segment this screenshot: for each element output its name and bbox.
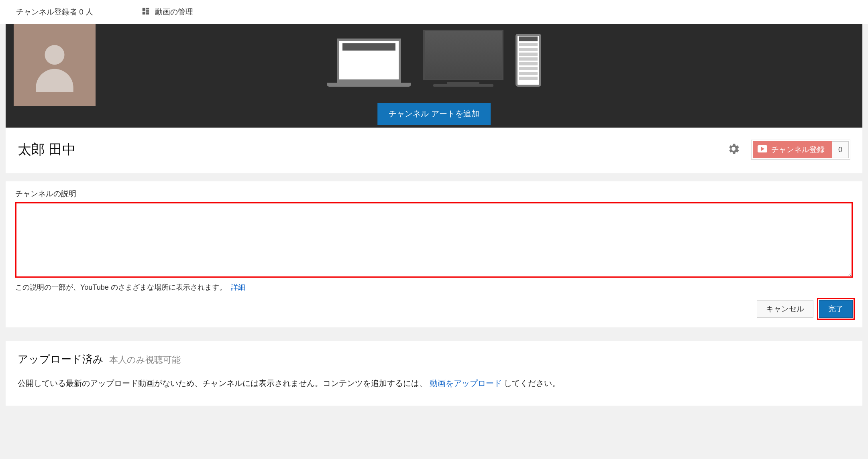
device-phone-icon xyxy=(516,34,541,87)
description-help-row: この説明の一部が、YouTube のさまざまな場所に表示されます。 詳細 xyxy=(15,282,853,292)
person-icon xyxy=(26,36,83,94)
banner-wrap: チャンネル アートを追加 xyxy=(0,24,868,128)
add-channel-art-button[interactable]: チャンネル アートを追加 xyxy=(377,103,491,125)
channel-settings-button[interactable] xyxy=(725,142,742,158)
description-section-label: チャンネルの説明 xyxy=(15,189,853,199)
cancel-button[interactable]: キャンセル xyxy=(757,300,813,318)
uploads-empty-message: 公開している最新のアップロード動画がないため、チャンネルには表示されません。コン… xyxy=(18,377,850,390)
subscribe-count: 0 xyxy=(832,141,849,158)
uploads-msg-suffix: してください。 xyxy=(504,379,560,388)
youtube-play-icon xyxy=(758,145,767,154)
done-button[interactable]: 完了 xyxy=(819,300,853,318)
channel-banner: チャンネル アートを追加 xyxy=(6,24,862,128)
device-laptop-icon xyxy=(327,39,411,87)
uploads-msg-prefix: 公開している最新のアップロード動画がないため、チャンネルには表示されません。コン… xyxy=(18,379,427,388)
subscriber-count-label: チャンネル登録者 0 人 xyxy=(16,7,93,17)
description-actions: キャンセル 完了 xyxy=(15,300,853,318)
uploads-title: アップロード済み xyxy=(18,352,104,366)
manage-videos-link[interactable]: 動画の管理 xyxy=(141,7,193,18)
top-bar: チャンネル登録者 0 人 動画の管理 xyxy=(0,0,868,24)
channel-name: 太郎 田中 xyxy=(18,140,725,159)
device-preview-group xyxy=(327,30,541,87)
channel-avatar[interactable] xyxy=(14,24,96,106)
subscribe-button-label: チャンネル登録 xyxy=(771,144,825,155)
page-root: チャンネル登録者 0 人 動画の管理 xyxy=(0,0,868,430)
uploads-title-row: アップロード済み 本人のみ視聴可能 xyxy=(18,352,850,366)
manage-videos-label: 動画の管理 xyxy=(155,7,193,17)
device-tv-icon xyxy=(423,30,503,87)
channel-header-row: 太郎 田中 チャンネル登録 0 xyxy=(6,128,862,173)
subscribe-button[interactable]: チャンネル登録 xyxy=(753,141,832,158)
description-details-link[interactable]: 詳細 xyxy=(231,283,245,291)
description-help-text: この説明の一部が、YouTube のさまざまな場所に表示されます。 xyxy=(15,283,226,291)
uploads-card: アップロード済み 本人のみ視聴可能 公開している最新のアップロード動画がないため… xyxy=(6,341,862,406)
svg-point-0 xyxy=(45,45,65,65)
channel-description-card: チャンネルの説明 この説明の一部が、YouTube のさまざまな場所に表示されま… xyxy=(6,181,862,327)
channel-description-textarea[interactable] xyxy=(15,202,853,278)
subscribe-group: チャンネル登録 0 xyxy=(751,140,850,160)
gear-icon xyxy=(727,142,740,157)
uploads-visibility: 本人のみ視聴可能 xyxy=(109,354,181,366)
video-manager-icon xyxy=(141,7,150,18)
upload-video-link[interactable]: 動画をアップロード xyxy=(430,379,502,388)
